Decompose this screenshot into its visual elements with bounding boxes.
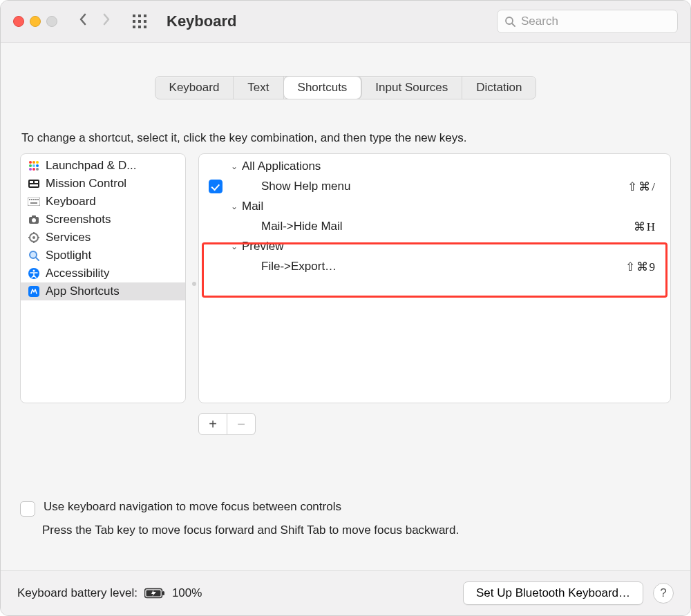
search-field[interactable]: Search [497,10,678,33]
cat-accessibility[interactable]: Accessibility [21,264,185,282]
kb-nav-label: Use keyboard navigation to move focus be… [44,500,341,514]
checkbox[interactable] [209,180,223,193]
spotlight-icon [28,249,40,262]
body: Keyboard Text Shortcuts Input Sources Di… [1,43,690,537]
keyboard-nav-section: Use keyboard navigation to move focus be… [20,500,671,537]
tab-input-sources[interactable]: Input Sources [361,77,462,99]
launchpad-icon [28,160,40,172]
svg-rect-28 [35,199,37,200]
svg-point-35 [32,236,35,239]
svg-rect-23 [30,184,38,186]
battery-status: Keyboard battery level: 100% [17,586,202,600]
add-shortcut-button[interactable]: + [198,413,227,435]
help-button[interactable]: ? [653,583,674,604]
shortcut-show-help-menu[interactable]: Show Help menu ⇧⌘/ [199,176,670,197]
tab-text[interactable]: Text [234,77,283,99]
shortcut-preview-file-export[interactable]: File->Export… ⇧⌘9 [199,256,670,277]
svg-rect-1 [138,15,141,17]
svg-rect-29 [37,199,39,200]
kb-nav-checkbox[interactable] [20,501,35,517]
svg-rect-26 [31,199,32,200]
svg-line-41 [36,258,39,260]
svg-point-19 [36,168,39,171]
tab-dictation[interactable]: Dictation [462,77,536,99]
svg-rect-8 [144,26,146,28]
svg-rect-24 [28,198,40,206]
group-mail[interactable]: ⌄ Mail [199,197,670,216]
chevron-down-icon: ⌄ [231,202,238,211]
svg-point-18 [32,168,35,171]
setup-bluetooth-keyboard-button[interactable]: Set Up Bluetooth Keyboard… [463,581,643,605]
svg-point-16 [36,164,39,167]
cat-spotlight[interactable]: Spotlight [21,247,185,264]
svg-rect-4 [138,20,141,23]
svg-point-17 [29,168,32,171]
shortcut-mail-hide-mail[interactable]: Mail->Hide Mail ⌘H [199,216,670,237]
svg-point-33 [32,218,36,222]
app-shortcuts-icon [28,285,40,298]
close-window[interactable] [13,16,24,27]
kb-nav-subtext: Press the Tab key to move focus forward … [42,523,671,537]
svg-line-10 [512,23,515,26]
mission-control-icon [28,177,40,190]
svg-rect-7 [138,26,141,28]
svg-rect-5 [144,20,146,23]
svg-point-43 [33,270,35,272]
cat-launchpad[interactable]: Launchpad & D... [21,157,185,175]
svg-rect-21 [30,181,33,183]
svg-rect-2 [144,15,146,17]
svg-rect-3 [133,20,135,23]
cat-app-shortcuts[interactable]: App Shortcuts [21,282,185,300]
group-preview[interactable]: ⌄ Preview [199,237,670,256]
footer: Keyboard battery level: 100% Set Up Blue… [1,570,690,615]
services-icon [28,231,40,244]
group-all-applications[interactable]: ⌄ All Applications [199,157,670,176]
keystroke[interactable]: ⇧⌘9 [625,260,657,274]
svg-rect-27 [33,199,35,200]
keyboard-prefs-window: Keyboard Search Keyboard Text Shortcuts … [0,0,691,616]
cat-screenshots[interactable]: Screenshots [21,211,185,229]
svg-point-14 [29,164,32,167]
keystroke[interactable]: ⌘H [634,220,656,234]
svg-rect-6 [133,26,135,28]
chevron-down-icon: ⌄ [231,162,238,171]
titlebar: Keyboard Search [1,1,690,43]
accessibility-icon [28,267,40,280]
screenshots-icon [28,213,40,226]
keyboard-icon [28,195,40,208]
svg-rect-46 [162,591,164,595]
forward-button [102,12,111,30]
window-controls [13,16,57,27]
svg-rect-25 [29,199,30,200]
cat-keyboard[interactable]: Keyboard [21,193,185,211]
svg-point-11 [29,161,32,164]
tab-shortcuts[interactable]: Shortcuts [284,77,362,99]
cat-mission-control[interactable]: Mission Control [21,175,185,193]
show-all-icon[interactable] [132,14,147,29]
remove-shortcut-button[interactable]: − [227,413,256,435]
tab-bar: Keyboard Text Shortcuts Input Sources Di… [155,76,537,99]
shortcut-detail[interactable]: ⌄ All Applications Show Help menu ⇧⌘/ ⌄ … [198,153,671,403]
window-title: Keyboard [167,12,236,30]
keystroke[interactable]: ⇧⌘/ [627,180,656,194]
nav-buttons [78,12,111,30]
svg-point-13 [36,161,39,164]
search-placeholder: Search [521,15,558,28]
resize-handle[interactable] [192,282,196,286]
svg-rect-30 [30,202,37,204]
minimize-window[interactable] [30,16,41,27]
search-icon [504,16,515,27]
zoom-window [46,16,57,27]
category-list[interactable]: Launchpad & D... Mission Control Keyboar… [20,153,186,403]
cat-services[interactable]: Services [21,229,185,247]
svg-rect-0 [133,15,135,17]
tab-keyboard[interactable]: Keyboard [155,77,234,99]
svg-point-15 [32,164,35,167]
svg-rect-20 [28,180,39,188]
back-button[interactable] [78,12,88,30]
battery-icon [144,588,165,599]
svg-rect-32 [32,215,36,218]
svg-point-12 [32,161,35,164]
shortcut-panel: Launchpad & D... Mission Control Keyboar… [20,153,671,403]
instruction-text: To change a shortcut, select it, click t… [21,131,671,145]
